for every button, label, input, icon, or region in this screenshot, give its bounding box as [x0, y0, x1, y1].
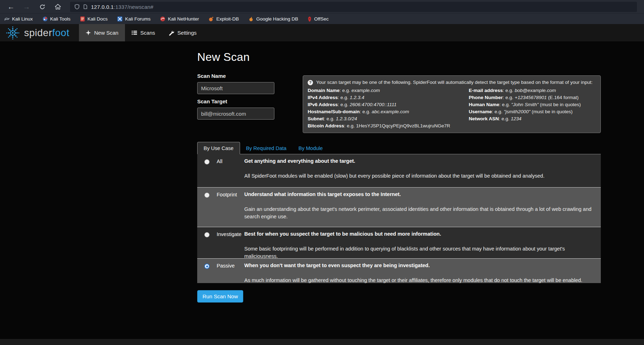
- use-case-row-investigate[interactable]: Investigate Best for when you suspect th…: [197, 227, 601, 258]
- info-item: IPv6 Address: e.g. 2606:4700:4700::1111: [308, 101, 469, 108]
- info-item: Phone Number: e.g. +12345678901 (E.164 f…: [469, 94, 596, 101]
- scan-target-input[interactable]: [197, 108, 274, 120]
- use-case-name: Investigate: [217, 231, 244, 258]
- info-item: E-mail address: e.g. bob@example.com: [469, 87, 596, 94]
- module-tabs: By Use Case By Required Data By Module: [197, 141, 601, 154]
- kali-dragon-icon: [4, 17, 10, 22]
- use-case-description: Gain an understanding about the target's…: [244, 206, 593, 220]
- nav-item-scans[interactable]: Scans: [125, 24, 162, 41]
- bookmark-exploit-db[interactable]: Exploit-DB: [209, 16, 239, 22]
- info-item: Username: e.g. "jsmith2000" (must be in …: [469, 108, 596, 115]
- tab-by-required-data[interactable]: By Required Data: [240, 142, 292, 154]
- radio-footprint[interactable]: [204, 192, 210, 198]
- use-case-title: Get anything and everything about the ta…: [244, 158, 593, 164]
- scan-form: Scan Name Scan Target: [197, 73, 275, 133]
- use-case-row-passive[interactable]: Passive When you don't want the target t…: [197, 258, 601, 283]
- page-icon: [83, 4, 88, 10]
- use-case-row-all[interactable]: All Get anything and everything about th…: [197, 154, 601, 187]
- use-case-name: Passive: [217, 263, 244, 283]
- radio-all[interactable]: [204, 159, 210, 165]
- scan-name-input[interactable]: [197, 82, 274, 94]
- google-hacking-db-icon: [249, 16, 254, 22]
- url-text: 127.0.0.1:1337/newscan#: [91, 4, 153, 10]
- use-case-name: All: [217, 158, 244, 187]
- use-case-row-footprint[interactable]: Footprint Understand what information th…: [197, 187, 601, 227]
- info-item: Bitcoin Address: e.g. 1HesYJSP1QqcyPEjnQ…: [308, 122, 469, 130]
- target-info-box: ? Your scan target may be one of the fol…: [303, 75, 601, 133]
- brand-text: spiderfoot: [24, 27, 69, 39]
- radio-investigate[interactable]: [204, 232, 210, 237]
- exploit-db-icon: [209, 16, 214, 22]
- home-button[interactable]: [52, 1, 64, 12]
- spiderfoot-brand[interactable]: spiderfoot: [0, 24, 75, 41]
- info-item: IPv4 Address: e.g. 1.2.3.4: [308, 94, 469, 101]
- nav-item-settings[interactable]: Settings: [162, 24, 203, 41]
- bookmark-kali-nethunter[interactable]: Kali NetHunter: [160, 16, 199, 22]
- kali-forums-icon: [117, 16, 122, 22]
- use-case-title: When you don't want the target to even s…: [244, 263, 593, 268]
- kali-nethunter-icon: [160, 16, 165, 22]
- use-case-title: Best for when you suspect the target to …: [244, 231, 593, 237]
- use-case-description: Some basic footprinting will be performe…: [244, 245, 593, 260]
- reload-icon: [39, 4, 45, 10]
- use-case-description: As much information will be gathered wit…: [244, 277, 593, 284]
- tab-by-module[interactable]: By Module: [292, 142, 329, 154]
- shield-icon[interactable]: [74, 4, 80, 10]
- info-item: Domain Name: e.g. example.com: [308, 87, 469, 94]
- reload-button[interactable]: [36, 1, 48, 12]
- page-title: New Scan: [197, 51, 644, 64]
- scan-target-label: Scan Target: [197, 98, 275, 104]
- info-item: Subnet: e.g. 1.2.3.0/24: [308, 115, 469, 122]
- info-item: Human Name: e.g. "John Smith" (must be i…: [469, 101, 596, 108]
- bookmark-kali-forums[interactable]: Kali Forums: [117, 16, 150, 22]
- forward-button[interactable]: →: [21, 1, 33, 12]
- main-content: New Scan Scan Name Scan Target ? Your sc…: [0, 41, 644, 339]
- bookmark-kali-linux[interactable]: Kali Linux: [4, 16, 33, 22]
- tab-by-use-case[interactable]: By Use Case: [197, 142, 240, 154]
- bookmark-kali-docs[interactable]: Kali Docs: [80, 16, 108, 22]
- radio-passive[interactable]: [204, 264, 210, 269]
- bookmark-offsec[interactable]: OffSec: [308, 16, 329, 22]
- scans-list-icon: [132, 30, 137, 35]
- bookmark-google-hacking-db[interactable]: Google Hacking DB: [249, 16, 298, 22]
- spiderfoot-navbar: spiderfoot New Scan Scans Settings: [0, 24, 644, 41]
- nav-item-new-scan[interactable]: New Scan: [79, 24, 125, 41]
- bookmark-kali-tools[interactable]: Kali Tools: [42, 16, 71, 22]
- back-button[interactable]: ←: [5, 1, 17, 12]
- info-header: Your scan target may be one of the follo…: [316, 79, 593, 86]
- use-case-description: All SpiderFoot modules will be enabled (…: [244, 172, 593, 180]
- home-icon: [55, 4, 61, 10]
- run-scan-now-button[interactable]: Run Scan Now: [197, 290, 243, 303]
- info-item: Network ASN: e.g. 1234: [469, 115, 596, 122]
- bookmarks-bar: Kali Linux Kali Tools Kali Docs Kali For…: [0, 13, 644, 24]
- url-bar[interactable]: 127.0.0.1:1337/newscan#: [70, 2, 637, 12]
- use-case-table: All Get anything and everything about th…: [197, 154, 601, 283]
- question-icon: ?: [308, 80, 313, 85]
- spiderfoot-logo-icon: [5, 25, 20, 40]
- new-scan-icon: [86, 30, 91, 35]
- scan-name-label: Scan Name: [197, 73, 275, 79]
- use-case-title: Understand what information this target …: [244, 191, 593, 197]
- offsec-icon: [308, 16, 312, 22]
- info-item: Hostname/Sub-domain: e.g. abc.example.co…: [308, 108, 469, 115]
- kali-tools-icon: [42, 16, 48, 22]
- kali-docs-icon: [80, 16, 85, 22]
- settings-wrench-icon: [169, 30, 174, 36]
- browser-toolbar: ← → 127.0.0.1:1337/newscan#: [0, 0, 644, 13]
- use-case-name: Footprint: [217, 191, 244, 227]
